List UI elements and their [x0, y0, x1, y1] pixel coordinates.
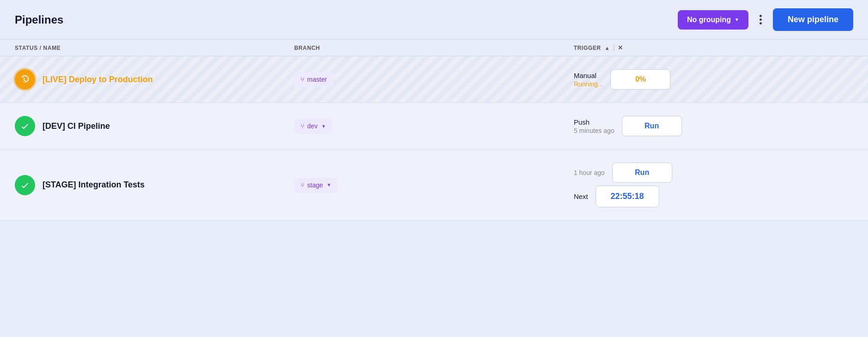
table-row: [STAGE] Integration Tests ⑂ stage ▼ 1 ho…	[0, 150, 868, 221]
no-grouping-label: No grouping	[687, 16, 731, 24]
chevron-down-icon: ▼	[327, 182, 332, 187]
status-icon-success	[15, 116, 35, 136]
trigger-cell-3: 1 hour ago Run Next 22:55:18	[574, 162, 853, 207]
pipeline-name-cell: [STAGE] Integration Tests	[15, 175, 294, 195]
trigger-info-1: Manual Running...	[574, 72, 603, 88]
table-header: STATUS / NAME BRANCH TRIGGER ▲ ✕	[0, 40, 868, 56]
next-timer-button[interactable]: 22:55:18	[596, 186, 659, 207]
branch-name-2: dev	[307, 122, 318, 130]
table-row: [DEV] CI Pipeline ⑂ dev ▼ Push 5 minutes…	[0, 103, 868, 150]
trigger-time-3: 1 hour ago	[574, 169, 605, 176]
action-button-3[interactable]: Run	[612, 162, 672, 183]
next-label: Next	[574, 193, 588, 200]
branch-name-3: stage	[307, 181, 323, 189]
branch-badge-3[interactable]: ⑂ stage ▼	[294, 178, 338, 193]
pipeline-name-cell: [LIVE] Deploy to Production	[15, 69, 294, 90]
more-options-button[interactable]	[756, 13, 766, 26]
check-icon	[20, 180, 30, 190]
branch-cell-3: ⑂ stage ▼	[294, 178, 573, 193]
column-trigger: TRIGGER ▲ ✕	[574, 44, 853, 51]
trigger-info-2: Push 5 minutes ago	[574, 118, 615, 134]
branch-cell-1: ⑂ master	[294, 72, 573, 87]
action-button-2[interactable]: Run	[622, 116, 682, 136]
running-icon	[20, 74, 30, 84]
clear-filter-icon[interactable]: ✕	[614, 44, 623, 51]
chevron-down-icon: ▼	[735, 17, 739, 22]
trigger-time-2: 5 minutes ago	[574, 127, 615, 134]
pipeline-name-3[interactable]: [STAGE] Integration Tests	[42, 180, 145, 190]
dot1	[760, 15, 762, 17]
trigger-time-1: Running...	[574, 80, 603, 88]
dot3	[760, 22, 762, 24]
trigger-type-2: Push	[574, 118, 615, 126]
branch-badge-2[interactable]: ⑂ dev ▼	[294, 119, 332, 133]
branch-icon: ⑂	[301, 181, 304, 189]
stage-trigger-group: 1 hour ago Run Next 22:55:18	[574, 162, 672, 207]
pipeline-name-2[interactable]: [DEV] CI Pipeline	[42, 121, 110, 131]
branch-name-1: master	[307, 76, 327, 83]
action-button-1[interactable]: 0%	[610, 69, 670, 90]
check-icon	[20, 121, 30, 131]
sort-asc-icon[interactable]: ▲	[605, 45, 610, 51]
column-status-name: STATUS / NAME	[15, 44, 294, 51]
new-pipeline-button[interactable]: New pipeline	[773, 8, 853, 31]
chevron-down-icon: ▼	[321, 124, 326, 129]
trigger-cell-2: Push 5 minutes ago Run	[574, 116, 853, 136]
branch-cell-2: ⑂ dev ▼	[294, 119, 573, 133]
dot2	[760, 18, 762, 21]
status-icon-success	[15, 175, 35, 195]
trigger-type-1: Manual	[574, 72, 603, 79]
branch-icon: ⑂	[301, 122, 304, 130]
trigger-cell-1: Manual Running... 0%	[574, 69, 853, 90]
page-title: Pipelines	[15, 13, 63, 26]
status-icon-running	[15, 69, 35, 90]
table-row: [LIVE] Deploy to Production ⑂ master Man…	[0, 56, 868, 103]
pipeline-name-cell: [DEV] CI Pipeline	[15, 116, 294, 136]
branch-badge-1[interactable]: ⑂ master	[294, 72, 333, 87]
no-grouping-button[interactable]: No grouping ▼	[678, 10, 748, 30]
pipeline-name-1[interactable]: [LIVE] Deploy to Production	[42, 75, 153, 84]
branch-icon: ⑂	[301, 76, 304, 83]
header-actions: No grouping ▼ New pipeline	[678, 8, 853, 31]
page-header: Pipelines No grouping ▼ New pipeline	[0, 0, 868, 40]
column-branch: BRANCH	[294, 44, 573, 51]
